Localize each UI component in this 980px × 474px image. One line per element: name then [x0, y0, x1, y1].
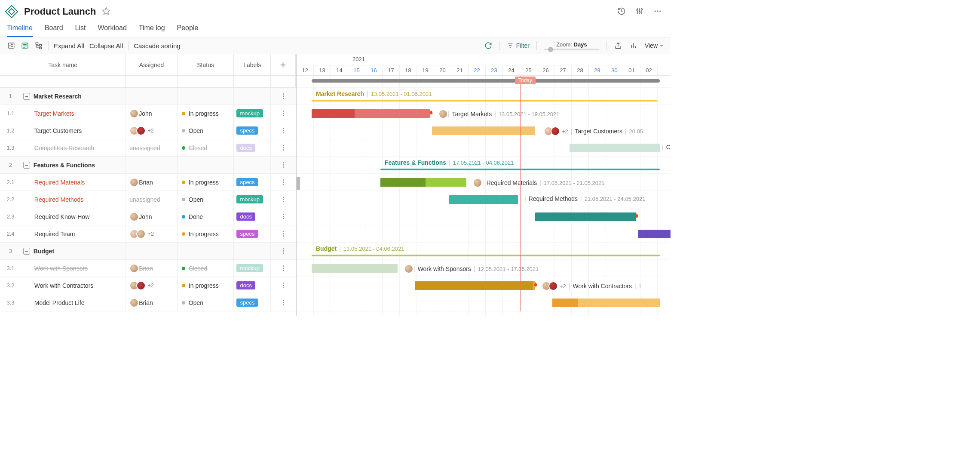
status-cell[interactable]: Closed [178, 260, 234, 277]
task-name-cell[interactable]: Target Customers [21, 122, 126, 139]
column-task-name[interactable]: Task name [0, 54, 126, 75]
status-cell[interactable] [178, 157, 234, 173]
assigned-cell[interactable]: unassigned [126, 191, 178, 208]
tab-people[interactable]: People [177, 21, 199, 37]
more-menu-icon[interactable] [653, 7, 662, 17]
tab-timelog[interactable]: Time log [139, 21, 165, 37]
row-menu-button[interactable] [271, 197, 296, 202]
timeline-row[interactable]: |Work with Sponsors|12.05.2021 - 17.05.2… [297, 260, 671, 277]
collapse-all-button[interactable]: Collapse All [89, 42, 123, 49]
assigned-cell[interactable]: John [126, 105, 178, 122]
labels-cell[interactable] [234, 243, 271, 259]
row-menu-button[interactable] [271, 93, 296, 99]
workload-icon[interactable] [629, 41, 638, 50]
hierarchy-icon[interactable] [34, 41, 43, 50]
timeline-row[interactable] [297, 294, 671, 311]
column-assigned[interactable]: Assigned [126, 54, 178, 75]
status-cell[interactable]: In progress [178, 225, 234, 242]
row-menu-button[interactable] [271, 265, 296, 271]
status-cell[interactable]: Closed [178, 139, 234, 156]
gantt-bar[interactable] [312, 109, 430, 118]
table-row[interactable]: 2.4Required Team+2In progressspecs [0, 225, 296, 243]
assigned-cell[interactable]: Brian [126, 294, 178, 311]
status-cell[interactable]: Open [178, 122, 234, 139]
table-row[interactable]: 3.2Work with Contractors+2In progressdoc… [0, 277, 296, 294]
labels-cell[interactable]: mockup [234, 260, 271, 277]
assigned-cell[interactable] [126, 157, 178, 173]
assigned-cell[interactable]: John [126, 208, 178, 225]
row-menu-button[interactable] [271, 111, 296, 116]
collapse-grid-toggle[interactable] [297, 177, 300, 190]
task-name-cell[interactable]: Required Methods [21, 191, 126, 208]
status-cell[interactable]: Done [178, 208, 234, 225]
auto-schedule-icon[interactable] [21, 41, 29, 50]
labels-cell[interactable]: docs [234, 139, 271, 156]
table-row[interactable]: 2.3Required Know-HowJohnDonedocs [0, 208, 296, 225]
task-name-cell[interactable]: −Features & Functions [21, 157, 126, 173]
task-name-cell[interactable]: Target Markets [21, 105, 126, 122]
export-icon[interactable] [614, 41, 622, 50]
cascade-sorting-button[interactable]: Cascade sorting [134, 42, 180, 49]
status-cell[interactable] [178, 243, 234, 259]
column-labels[interactable]: Labels [234, 54, 271, 75]
assigned-cell[interactable]: unassigned [126, 139, 178, 156]
table-row[interactable]: 2.2Required MethodsunassignedOpenmockup [0, 191, 296, 208]
assigned-cell[interactable]: +2 [126, 225, 178, 242]
status-cell[interactable]: In progress [178, 174, 234, 191]
gantt-bar[interactable] [535, 212, 636, 221]
tab-timeline[interactable]: Timeline [7, 21, 33, 37]
gantt-bar[interactable] [380, 178, 466, 187]
row-menu-button[interactable] [271, 214, 296, 219]
task-name-cell[interactable]: Required Materials [21, 174, 126, 191]
table-row[interactable]: 1.3Competitors ResearchunassignedClosedd… [0, 139, 296, 157]
timeline-row[interactable]: |Target Markets|13.05.2021 - 19.05.2021 [297, 105, 671, 122]
timeline-row[interactable]: Market Research|13.05.2021 - 01.06.2021 [297, 88, 671, 105]
status-cell[interactable]: Open [178, 191, 234, 208]
labels-cell[interactable]: docs [234, 208, 271, 225]
table-row[interactable]: 2−Features & Functions [0, 157, 296, 174]
timeline-body[interactable]: TodayMarket Research|13.05.2021 - 01.06.… [297, 76, 671, 311]
gantt-bar[interactable] [312, 264, 398, 273]
status-cell[interactable]: In progress [178, 277, 234, 294]
row-menu-button[interactable] [271, 128, 296, 133]
toggle-grid-icon[interactable] [7, 41, 15, 50]
settings-sliders-icon[interactable] [635, 7, 644, 17]
row-menu-button[interactable] [271, 300, 296, 305]
tab-board[interactable]: Board [45, 21, 63, 37]
labels-cell[interactable]: specs [234, 174, 271, 191]
task-name-cell[interactable]: −Budget [21, 243, 126, 259]
assigned-cell[interactable] [126, 243, 178, 259]
timeline-row[interactable] [297, 225, 671, 243]
timeline-row[interactable]: |Required Materials|17.05.2021 - 21.05.2… [297, 174, 671, 191]
gantt-bar[interactable] [552, 299, 660, 307]
row-menu-button[interactable] [271, 179, 296, 185]
status-cell[interactable]: In progress [178, 105, 234, 122]
row-menu-button[interactable] [271, 145, 296, 151]
assigned-cell[interactable] [126, 88, 178, 105]
row-menu-button[interactable] [271, 283, 296, 288]
group-bar[interactable] [312, 255, 660, 256]
refresh-icon[interactable] [484, 41, 493, 50]
add-column-button[interactable]: + [271, 54, 296, 75]
task-name-cell[interactable]: Work with Sponsors [21, 260, 126, 277]
task-name-cell[interactable]: Model Product Life [21, 294, 126, 311]
row-menu-button[interactable] [271, 248, 296, 254]
timeline-row[interactable]: Features & Functions|17.05.2021 - 04.06.… [297, 157, 671, 174]
timeline-row[interactable]: +2|Work with Contractors|1 [297, 277, 671, 294]
gantt-bar[interactable] [432, 126, 535, 135]
task-name-cell[interactable]: Required Know-How [21, 208, 126, 225]
gantt-bar[interactable] [638, 230, 671, 238]
labels-cell[interactable]: mockup [234, 105, 271, 122]
status-cell[interactable] [178, 88, 234, 105]
table-row[interactable]: 3.3Model Product LifeBrianOpenspecs [0, 294, 296, 311]
assigned-cell[interactable]: Brian [126, 174, 178, 191]
labels-cell[interactable]: mockup [234, 191, 271, 208]
labels-cell[interactable] [234, 88, 271, 105]
labels-cell[interactable]: specs [234, 294, 271, 311]
expand-all-button[interactable]: Expand All [54, 42, 84, 49]
table-row[interactable]: 1.2Target Customers+2Openspecs [0, 122, 296, 139]
gantt-bar[interactable] [449, 195, 518, 204]
labels-cell[interactable]: specs [234, 225, 271, 242]
table-row[interactable]: 3.1Work with SponsorsBrianClosedmockup [0, 260, 296, 277]
history-icon[interactable] [617, 7, 626, 17]
